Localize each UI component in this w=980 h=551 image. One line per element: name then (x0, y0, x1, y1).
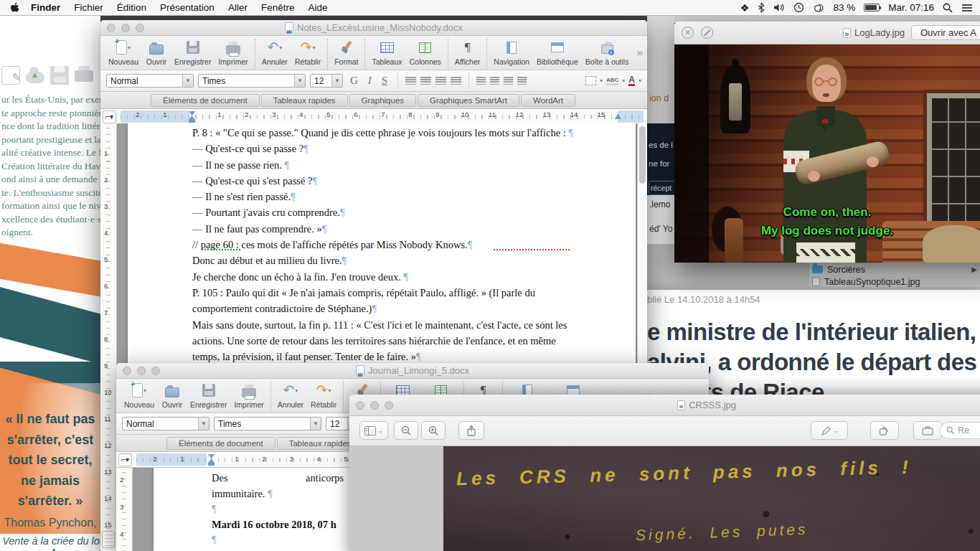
win1-vertical-ruler[interactable] (100, 123, 117, 551)
toolbox-button[interactable]: Boîte à outils (582, 39, 633, 66)
notification-center-icon[interactable] (961, 4, 973, 12)
win1-titlebar[interactable]: Notes_LExcèsLusine_MissNobody.docx (100, 20, 647, 36)
redo-button[interactable]: ↷▾Rétablir (291, 39, 324, 66)
font-select[interactable]: Times▼ (214, 417, 321, 430)
crsss-preview-window[interactable]: CRSSS.jpg ⌄ ⌄ Re (349, 395, 980, 551)
library-button[interactable]: Bibliothèque (533, 39, 582, 66)
menu-item[interactable]: Fichier (74, 2, 103, 13)
menu-item[interactable]: Aide (308, 2, 327, 13)
rotate-button[interactable] (870, 421, 899, 440)
underline-button[interactable]: S (379, 75, 390, 87)
sidebar-toggle-button[interactable]: ⌄ (359, 421, 388, 440)
font-color-button[interactable]: A (628, 75, 635, 86)
crsss-titlebar[interactable]: CRSSS.jpg (349, 395, 980, 416)
open-button[interactable]: Ouvrir (158, 382, 187, 409)
markup-pen-button[interactable]: ⌄ (811, 421, 848, 440)
show-marks-button[interactable]: ¶Afficher (451, 39, 484, 66)
close-button[interactable] (356, 401, 364, 410)
outdent-button[interactable] (504, 77, 513, 85)
toolbar-overflow-chevron[interactable]: » (637, 46, 643, 58)
open-with-button[interactable]: Ouvrir avec A (911, 25, 980, 40)
markup-toolbox-button[interactable] (913, 421, 942, 440)
zoom-button[interactable] (136, 24, 144, 32)
close-button[interactable] (107, 24, 116, 32)
bulleted-list-button[interactable] (490, 77, 499, 85)
compose-icon[interactable] (1, 66, 20, 85)
loglady-titlebar[interactable]: ✕ LogLady.jpg Ouvrir avec A (674, 22, 980, 44)
menu-item[interactable]: Présentation (160, 2, 215, 13)
undo-button[interactable]: ↶▾Annuler (274, 382, 307, 409)
align-justify-button[interactable] (451, 77, 461, 85)
menu-item[interactable]: Édition (117, 2, 146, 13)
volume-icon[interactable] (773, 3, 785, 12)
menu-item[interactable]: Fenêtre (261, 2, 295, 13)
navigation-button[interactable]: Navigation (490, 39, 533, 66)
new-button[interactable]: ▾Nouveau (105, 39, 142, 66)
align-center-button[interactable] (420, 77, 431, 85)
print-icon[interactable] (75, 70, 93, 82)
minimize-button[interactable] (370, 401, 379, 410)
fragment-button[interactable]: récept (649, 181, 674, 195)
align-right-button[interactable] (435, 77, 446, 85)
style-select[interactable]: Normal▼ (122, 417, 209, 430)
zoom-in-button[interactable] (421, 421, 446, 440)
ribbon-tab[interactable]: Tableaux rapides (261, 94, 348, 107)
save-icon[interactable] (50, 66, 69, 85)
print-button[interactable]: Imprimer (230, 382, 267, 409)
minimize-button[interactable] (137, 367, 146, 375)
menu-item[interactable]: Aller (228, 2, 248, 13)
share-button[interactable] (458, 421, 484, 440)
win2-titlebar[interactable]: Journal_Limongi_5.docx (116, 363, 709, 379)
bold-button[interactable]: G (347, 75, 361, 87)
win1-horizontal-ruler[interactable]: ⌐▾ (100, 109, 647, 125)
tables-button[interactable]: Tableaux (368, 39, 405, 66)
undo-button[interactable]: ↶▾Annuler (258, 39, 291, 66)
menu-item[interactable]: Finder (31, 2, 60, 13)
zoom-button[interactable] (151, 367, 160, 375)
italic-button[interactable]: I (365, 75, 374, 87)
win2-vertical-ruler[interactable] (116, 468, 133, 551)
menu-clock[interactable]: Mar. 07:16 (888, 2, 934, 13)
list-item-tableausynoptique[interactable]: TableauSynoptique1.jpg (809, 276, 980, 287)
minimize-button[interactable] (121, 24, 130, 32)
disclosure-triangle-icon[interactable]: ▶ (971, 265, 977, 273)
font-size-select[interactable]: 12▼ (310, 74, 343, 88)
redo-button[interactable]: ↷▾Rétablir (307, 382, 340, 409)
ribbon-tab[interactable]: Graphiques (349, 94, 416, 107)
save-button[interactable]: Enregistrer (171, 39, 215, 66)
new-button[interactable]: ▾Nouveau (121, 382, 158, 409)
indent-button[interactable] (517, 77, 527, 85)
cloud-upload-icon[interactable] (26, 72, 44, 83)
zoom-button[interactable] (385, 401, 393, 410)
search-input[interactable]: Re (940, 422, 980, 439)
save-button[interactable]: Enregistrer (187, 382, 230, 409)
dropbox-icon[interactable]: ❖ (740, 2, 750, 14)
swirl-icon[interactable] (813, 3, 824, 13)
tab-selector[interactable]: ⌐▾ (103, 110, 116, 123)
ribbon-tab[interactable]: WordArt (521, 94, 575, 107)
align-left-button[interactable] (405, 77, 416, 85)
apple-menu[interactable] (10, 2, 19, 14)
print-button[interactable]: Imprimer (215, 39, 251, 66)
numbered-list-button[interactable] (476, 77, 486, 85)
win1-doc-text[interactable]: P. 8 : « "Ce qui se passe." Quand je dis… (192, 125, 573, 364)
bluetooth-icon[interactable] (758, 2, 765, 13)
borders-button[interactable] (585, 76, 596, 85)
list-item-sorcieres[interactable]: Sorcières ▶ (809, 263, 980, 276)
ribbon-tab[interactable]: Éléments de document (151, 94, 260, 107)
spotlight-search-icon[interactable] (943, 3, 953, 13)
ribbon-tab[interactable]: Éléments de document (166, 437, 275, 450)
close-icon[interactable]: ✕ (682, 27, 694, 39)
format-button[interactable]: Format (331, 39, 362, 66)
time-machine-icon[interactable] (793, 2, 804, 13)
highlight-button[interactable]: ABC (606, 77, 618, 85)
font-select[interactable]: Times▼ (198, 74, 306, 88)
columns-button[interactable]: Colonnes (406, 39, 445, 66)
close-button[interactable] (123, 367, 131, 375)
split-control[interactable] (102, 531, 115, 548)
style-select[interactable]: Normal▼ (106, 74, 194, 88)
ribbon-tab[interactable]: Graphiques SmartArt (418, 94, 519, 107)
tab-selector[interactable]: ⌐▾ (118, 453, 132, 466)
open-button[interactable]: Ouvrir (142, 39, 171, 66)
loglady-preview-window[interactable]: ✕ LogLady.jpg Ouvrir avec A Come on, the… (674, 22, 980, 263)
